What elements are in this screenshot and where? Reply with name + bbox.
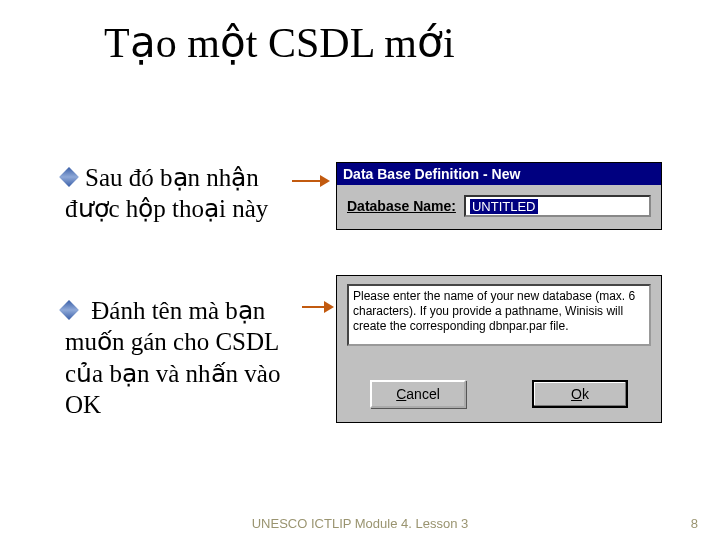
page-number: 8: [691, 516, 698, 531]
cancel-button[interactable]: Cancel: [370, 380, 466, 408]
arrow-icon: [292, 180, 328, 182]
dialog-prompt: Please enter the name of your new databa…: [336, 275, 662, 423]
dialog-title-bar: Data Base Definition - New: [337, 163, 661, 185]
bullet-item-2: Đánh tên mà bạn muốn gán cho CSDL của bạ…: [65, 295, 315, 420]
dialog-db-definition: Data Base Definition - New Database Name…: [336, 162, 662, 230]
ok-button[interactable]: Ok: [532, 380, 628, 408]
prompt-message: Please enter the name of your new databa…: [347, 284, 651, 346]
footer-text: UNESCO ICTLIP Module 4. Lesson 3: [252, 516, 469, 531]
bullet-text-1: Sau đó bạn nhận được hộp thoại này: [65, 164, 268, 222]
diamond-icon: [59, 167, 79, 187]
db-name-label: Database Name:: [347, 198, 456, 214]
diamond-icon: [59, 300, 79, 320]
arrow-icon: [302, 306, 332, 308]
bullet-text-2: Đánh tên mà bạn muốn gán cho CSDL của bạ…: [65, 297, 280, 418]
slide-title: Tạo một CSDL mới: [104, 18, 455, 67]
db-name-input[interactable]: UNTITLED: [464, 195, 651, 217]
bullet-item-1: Sau đó bạn nhận được hộp thoại này: [65, 162, 315, 225]
db-name-value: UNTITLED: [470, 199, 538, 214]
